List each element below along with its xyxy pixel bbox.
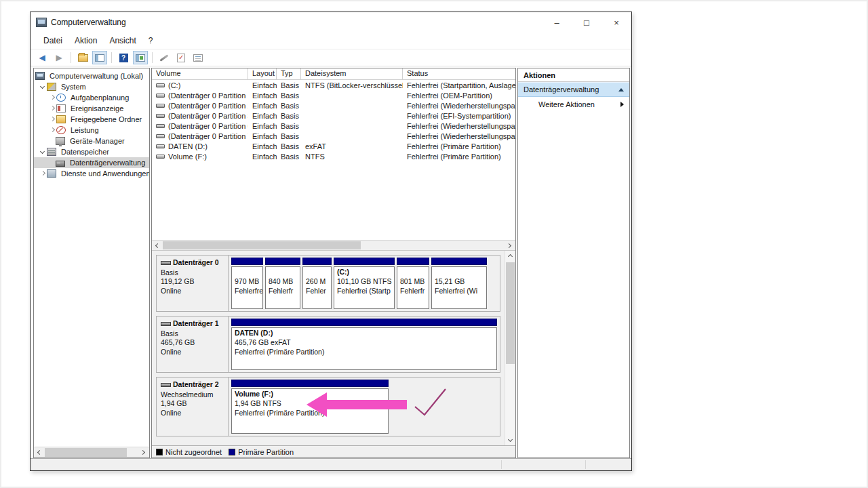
partition[interactable]: 260 MFehler — [302, 258, 332, 309]
actions-group-disk-management[interactable]: Datenträgerverwaltung — [518, 82, 629, 97]
show-console-tree-icon[interactable] — [92, 51, 107, 64]
disk-kind: Basis — [161, 268, 224, 278]
volume-typ: Basis — [277, 152, 301, 161]
maximize-button[interactable]: □ — [572, 12, 601, 33]
tree-item-task-scheduler[interactable]: Aufgabenplanung — [34, 92, 149, 103]
volume-row[interactable]: (C:) Einfach Basis NTFS (BitLocker-versc… — [152, 80, 515, 90]
volume-row[interactable]: Volume (F:) Einfach Basis NTFS Fehlerfre… — [152, 151, 515, 161]
volume-icon — [156, 104, 165, 108]
volume-row[interactable]: (Datenträger 0 Partition 7) Einfach Basi… — [152, 131, 515, 141]
menu-datei[interactable]: Datei — [37, 34, 68, 47]
up-level-folder-icon[interactable] — [75, 51, 90, 64]
partition[interactable]: 970 MBFehlerfre — [231, 258, 263, 309]
chevron-right-icon[interactable] — [39, 170, 46, 177]
partition[interactable]: 840 MBFehlerfr — [265, 258, 300, 309]
wand-icon[interactable] — [157, 51, 172, 64]
close-button[interactable]: × — [601, 12, 631, 33]
chevron-right-icon[interactable] — [49, 127, 56, 134]
chevron-right-icon[interactable] — [49, 116, 56, 123]
volume-icon — [156, 124, 165, 128]
partition-color-bar — [231, 319, 497, 326]
column-header-typ[interactable]: Typ — [277, 68, 301, 79]
back-icon[interactable]: ◀ — [35, 51, 50, 64]
check-document-icon[interactable] — [174, 51, 189, 64]
tree-item-storage[interactable]: Datenspeicher — [34, 146, 149, 157]
scroll-down-icon[interactable] — [505, 434, 516, 445]
tree-item-disk-management[interactable]: Datenträgerverwaltung — [34, 157, 149, 168]
tree-item-shared-folders[interactable]: Freigegebene Ordner — [34, 114, 149, 125]
collapse-icon[interactable] — [618, 88, 624, 92]
column-header-volume[interactable]: Volume — [152, 68, 248, 79]
scroll-left-icon[interactable] — [34, 447, 45, 458]
legend-label: Primäre Partition — [238, 448, 294, 456]
chevron-right-icon[interactable] — [49, 94, 56, 101]
volume-row[interactable]: (Datenträger 0 Partition 1) Einfach Basi… — [152, 90, 515, 100]
disk-0-label[interactable]: Datenträger 0 Basis 119,12 GB Online — [157, 256, 229, 311]
menu-ansicht[interactable]: Ansicht — [103, 34, 142, 47]
console-tree: Computerverwaltung (Lokal) System Aufgab… — [34, 68, 149, 447]
help-icon[interactable]: ? — [116, 51, 131, 64]
submenu-arrow-icon — [620, 102, 624, 107]
column-header-dateisystem[interactable]: Dateisystem — [301, 68, 403, 79]
tree-item-performance[interactable]: Leistung — [34, 125, 149, 136]
volume-row[interactable]: (Datenträger 0 Partition 6) Einfach Basi… — [152, 121, 515, 131]
scrollbar-thumb[interactable] — [506, 262, 515, 364]
partition[interactable]: 15,21 GBFehlerfrei (Wi — [431, 258, 487, 309]
tree-item-computer-management[interactable]: Computerverwaltung (Lokal) — [34, 70, 149, 81]
disk-management-icon — [56, 161, 65, 167]
disk-icon — [161, 383, 171, 387]
disk-1-label[interactable]: Datenträger 1 Basis 465,76 GB Online — [157, 317, 229, 372]
volume-name: (Datenträger 0 Partition 7) — [168, 132, 248, 140]
scroll-left-icon[interactable] — [152, 241, 163, 250]
volume-row[interactable]: DATEN (D:) Einfach Basis exFAT Fehlerfre… — [152, 141, 515, 151]
scroll-right-icon[interactable] — [505, 241, 515, 250]
volume-status: Fehlerfrei (Wiederherstellungsparti — [403, 132, 515, 140]
toolbar-separator — [111, 52, 112, 63]
scrollbar-thumb[interactable] — [163, 241, 361, 249]
partition-color-bar — [334, 258, 395, 265]
column-header-status[interactable]: Status — [403, 68, 515, 79]
disk-state: Online — [161, 409, 224, 418]
tree-item-system[interactable]: System — [34, 81, 149, 92]
volume-layout: Einfach — [248, 112, 277, 120]
partition-c[interactable]: (C:)101,10 GB NTFSFehlerfrei (Startp — [334, 258, 395, 309]
tree-item-services-applications[interactable]: Dienste und Anwendungen — [34, 168, 149, 179]
volume-name: DATEN (D:) — [168, 142, 208, 150]
scroll-up-icon[interactable] — [505, 251, 516, 262]
tree-item-label: Ereignisanzeige — [68, 104, 125, 113]
disk-state: Online — [161, 287, 224, 296]
console-tree-pane: Computerverwaltung (Lokal) System Aufgab… — [33, 68, 150, 458]
volume-row[interactable]: (Datenträger 0 Partition 3) Einfach Basi… — [152, 110, 515, 121]
disk-kind: Basis — [161, 329, 224, 339]
volume-name: (Datenträger 0 Partition 1) — [168, 92, 248, 100]
volume-row[interactable]: (Datenträger 0 Partition 2) Einfach Basi… — [152, 100, 515, 110]
menu-aktion[interactable]: Aktion — [68, 34, 103, 47]
chevron-down-icon[interactable] — [39, 83, 46, 90]
column-header-layout[interactable]: Layout — [248, 68, 277, 79]
menu-help[interactable]: ? — [142, 34, 159, 47]
properties-icon[interactable] — [191, 51, 205, 64]
minimize-button[interactable]: – — [542, 12, 572, 33]
console-window-icon[interactable] — [133, 51, 148, 64]
partition[interactable]: 801 MBFehlerfr — [397, 258, 429, 309]
scroll-right-icon[interactable] — [138, 447, 149, 458]
tree-item-label: Aufgabenplanung — [68, 94, 131, 102]
volume-list-header: Volume Layout Typ Dateisystem Status — [152, 68, 515, 80]
tree-item-event-viewer[interactable]: Ereignisanzeige — [34, 103, 149, 114]
volume-layout: Einfach — [248, 152, 277, 161]
chevron-down-icon[interactable] — [39, 148, 46, 155]
forward-icon[interactable]: ▶ — [52, 51, 66, 64]
task-scheduler-icon — [56, 94, 66, 102]
chevron-right-icon[interactable] — [49, 105, 56, 112]
disk-name: Datenträger 0 — [173, 258, 219, 268]
partition-d[interactable]: DATEN (D:)465,76 GB exFATFehlerfrei (Pri… — [231, 319, 497, 370]
scrollbar-thumb[interactable] — [45, 448, 127, 457]
disk-2-label[interactable]: Datenträger 2 Wechselmedium 1,94 GB Onli… — [157, 378, 229, 436]
tree-item-device-manager[interactable]: Geräte-Manager — [34, 136, 149, 146]
tree-item-label: Leistung — [68, 126, 101, 134]
tree-item-label: Dienste und Anwendungen — [59, 169, 149, 178]
volume-status: Fehlerfrei (EFI-Systempartition) — [403, 112, 515, 120]
partition-color-bar — [302, 258, 332, 265]
actions-item-more-actions[interactable]: Weitere Aktionen — [518, 97, 629, 112]
tree-item-label: Geräte-Manager — [68, 137, 127, 145]
